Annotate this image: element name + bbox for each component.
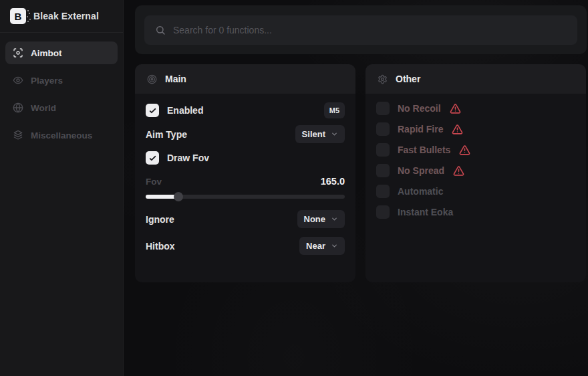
hitbox-label: Hitbox bbox=[146, 241, 175, 252]
fov-label: Fov bbox=[146, 177, 162, 187]
aim-type-row: Aim Type Silent bbox=[146, 125, 345, 143]
other-row: No Recoil bbox=[376, 102, 575, 115]
no-recoil-checkbox[interactable] bbox=[376, 102, 390, 115]
search-container bbox=[135, 5, 587, 54]
crosshair-focus-icon bbox=[13, 48, 23, 58]
enabled-row: Enabled M5 bbox=[146, 101, 345, 120]
fov-header: Fov 165.0 bbox=[146, 175, 345, 187]
search-input[interactable] bbox=[173, 25, 567, 35]
panel-other-body: No Recoil Rapid Fire Fast Bullets No Spr… bbox=[365, 94, 586, 219]
target-icon bbox=[147, 74, 157, 84]
ignore-label: Ignore bbox=[146, 214, 174, 225]
enabled-label: Enabled bbox=[167, 105, 203, 116]
panel-title: Other bbox=[396, 74, 420, 84]
chevron-down-icon bbox=[331, 242, 338, 250]
sidebar-item-miscellaneous[interactable]: Miscellaneous bbox=[5, 124, 118, 147]
warning-triangle-icon bbox=[453, 165, 464, 177]
rapid-fire-label: Rapid Fire bbox=[398, 124, 443, 134]
panel-main-header: Main bbox=[135, 64, 355, 94]
panel-other-header: Other bbox=[365, 64, 586, 94]
aim-type-value: Silent bbox=[302, 129, 325, 139]
warning-triangle-icon bbox=[450, 103, 461, 114]
panel-main-body: Enabled M5 Aim Type Silent Draw Fov Fov bbox=[135, 101, 355, 255]
globe-icon bbox=[13, 102, 23, 113]
other-row: Instant Eoka bbox=[376, 205, 575, 219]
aim-type-select[interactable]: Silent bbox=[295, 125, 345, 143]
instant-eoka-label: Instant Eoka bbox=[398, 207, 453, 217]
app-logo: B bbox=[10, 8, 26, 24]
warning-triangle-icon bbox=[452, 124, 463, 135]
fov-slider[interactable] bbox=[146, 192, 345, 201]
chevron-down-icon bbox=[331, 215, 338, 223]
automatic-checkbox[interactable] bbox=[376, 185, 390, 198]
fast-bullets-checkbox[interactable] bbox=[376, 143, 390, 157]
fov-slider-thumb[interactable] bbox=[174, 192, 183, 201]
instant-eoka-checkbox[interactable] bbox=[376, 205, 390, 219]
logo-letter: B bbox=[15, 11, 22, 22]
sidebar-item-aimbot[interactable]: Aimbot bbox=[5, 41, 118, 64]
hitbox-select[interactable]: Near bbox=[299, 237, 345, 255]
app-header: B Bleak External bbox=[0, 0, 123, 33]
panel-main: Main Enabled M5 Aim Type Silent bbox=[135, 64, 355, 282]
eye-icon bbox=[13, 75, 23, 86]
panel-other: Other No Recoil Rapid Fire Fast Bullets bbox=[365, 64, 586, 282]
draw-fov-checkbox[interactable] bbox=[146, 151, 159, 165]
enabled-keybind-button[interactable]: M5 bbox=[324, 102, 345, 118]
chevron-down-icon bbox=[331, 130, 338, 138]
sidebar: B Bleak External Aimbot Players World bbox=[0, 0, 124, 376]
sidebar-item-label: World bbox=[31, 103, 56, 113]
other-row: No Spread bbox=[376, 164, 575, 177]
warning-triangle-icon bbox=[459, 145, 470, 156]
draw-fov-label: Draw Fov bbox=[167, 153, 209, 163]
hitbox-row: Hitbox Near bbox=[146, 237, 345, 255]
ignore-value: None bbox=[304, 214, 326, 224]
draw-fov-row: Draw Fov bbox=[146, 149, 345, 167]
search-icon bbox=[155, 25, 166, 35]
sidebar-item-label: Aimbot bbox=[31, 48, 62, 58]
automatic-label: Automatic bbox=[398, 186, 443, 197]
no-spread-checkbox[interactable] bbox=[376, 164, 390, 177]
panel-title: Main bbox=[165, 74, 186, 84]
hitbox-value: Near bbox=[306, 241, 325, 251]
other-row: Automatic bbox=[376, 185, 575, 198]
ignore-select[interactable]: None bbox=[297, 210, 345, 228]
gear-icon bbox=[378, 74, 388, 84]
fast-bullets-label: Fast Bullets bbox=[398, 145, 450, 155]
fov-value: 165.0 bbox=[321, 176, 345, 187]
rapid-fire-checkbox[interactable] bbox=[376, 122, 390, 136]
app-title: Bleak External bbox=[33, 11, 99, 21]
enabled-checkbox[interactable] bbox=[146, 104, 159, 117]
sidebar-item-label: Miscellaneous bbox=[31, 130, 92, 140]
layers-icon bbox=[13, 130, 23, 140]
aim-type-label: Aim Type bbox=[146, 129, 187, 140]
sidebar-nav: Aimbot Players World Miscellaneous bbox=[0, 41, 123, 147]
no-spread-label: No Spread bbox=[398, 165, 444, 176]
search-box[interactable] bbox=[144, 15, 577, 45]
no-recoil-label: No Recoil bbox=[398, 103, 441, 114]
other-row: Rapid Fire bbox=[376, 122, 575, 136]
sidebar-item-players[interactable]: Players bbox=[5, 69, 118, 92]
ignore-row: Ignore None bbox=[146, 210, 345, 228]
other-row: Fast Bullets bbox=[376, 143, 575, 157]
sidebar-item-world[interactable]: World bbox=[5, 96, 118, 119]
sidebar-item-label: Players bbox=[31, 76, 63, 86]
